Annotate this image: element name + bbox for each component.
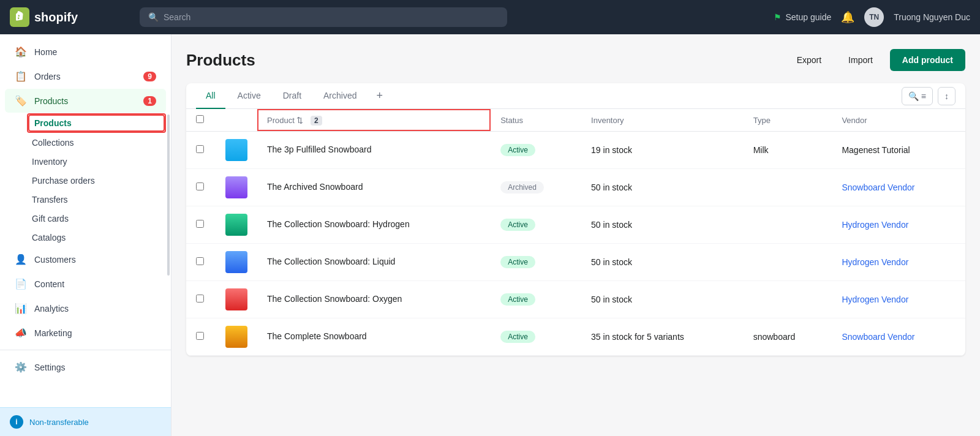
search-input[interactable] — [164, 12, 499, 22]
row-inventory-cell: 50 in stock — [581, 244, 744, 281]
sidebar-item-marketing[interactable]: 📣 Marketing — [5, 321, 166, 345]
row-checkbox[interactable] — [196, 257, 204, 265]
products-sub-nav: Products Collections Inventory Purchase … — [0, 113, 171, 247]
row-checkbox[interactable] — [196, 145, 204, 153]
row-status-cell: Active — [491, 281, 581, 318]
row-product-cell[interactable]: The Collection Snowboard: Hydrogen — [257, 206, 491, 244]
product-name: The Complete Snowboard — [267, 331, 367, 341]
scrollbar[interactable] — [167, 115, 170, 275]
select-all-checkbox[interactable] — [196, 115, 204, 123]
sidebar-item-settings[interactable]: ⚙️ Settings — [5, 355, 166, 379]
table-header: Product ⇅ 2 Status Inventory Type Vendor — [186, 109, 965, 132]
product-thumbnail — [225, 326, 247, 348]
sidebar-analytics-label: Analytics — [34, 304, 156, 314]
row-img-cell — [216, 244, 257, 281]
search-filter-button[interactable]: 🔍 ≡ — [902, 87, 933, 105]
sidebar-item-label: Home — [34, 47, 156, 57]
vendor-link[interactable]: Snowboard Vendor — [842, 182, 914, 192]
inventory-value: 35 in stock for 5 variants — [591, 332, 684, 342]
col-header-img — [216, 109, 257, 132]
vendor-link[interactable]: Hydrogen Vendor — [842, 257, 908, 267]
tabs-bar: All Active Draft Archived + 🔍 ≡ ↕ — [186, 83, 965, 109]
row-status-cell: Archived — [491, 169, 581, 206]
col-header-checkbox — [186, 109, 216, 132]
row-inventory-cell: 50 in stock — [581, 206, 744, 244]
tab-active[interactable]: Active — [228, 83, 271, 109]
tab-archived[interactable]: Archived — [314, 83, 366, 109]
type-value: snowboard — [753, 332, 796, 342]
vendor-link[interactable]: Snowboard Vendor — [842, 332, 914, 342]
sidebar-item-transfers[interactable]: Transfers — [27, 190, 166, 209]
table-row: The 3p Fulfilled Snowboard Active 19 in … — [186, 132, 965, 169]
filter-icon: ≡ — [921, 91, 926, 101]
product-thumbnail — [225, 288, 247, 310]
product-col-label: Product ⇅ — [267, 116, 303, 125]
products-icon: 🏷️ — [15, 95, 27, 107]
table-row: The Complete Snowboard Active 35 in stoc… — [186, 318, 965, 356]
row-checkbox-cell — [186, 169, 216, 206]
products-highlight-box: Products — [27, 113, 166, 133]
home-icon: 🏠 — [15, 46, 27, 58]
orders-badge: 9 — [143, 72, 156, 81]
sort-button[interactable]: ↕ — [938, 87, 956, 105]
sidebar-item-analytics[interactable]: 📊 Analytics — [5, 296, 166, 320]
row-checkbox[interactable] — [196, 220, 204, 228]
type-value: Milk — [753, 145, 769, 155]
row-vendor-cell: Hydrogen Vendor — [832, 206, 965, 244]
sidebar: 🏠 Home 📋 Orders 9 🏷️ Products 1 Products — [0, 34, 172, 436]
tab-all[interactable]: All — [196, 83, 225, 109]
status-badge: Active — [500, 144, 535, 156]
col-header-product[interactable]: Product ⇅ 2 — [257, 109, 491, 132]
row-checkbox-cell — [186, 318, 216, 356]
sidebar-item-gift-cards[interactable]: Gift cards — [27, 209, 166, 228]
non-transferable-banner[interactable]: i Non-transferable — [0, 407, 171, 436]
sidebar-item-content[interactable]: 📄 Content — [5, 272, 166, 296]
row-product-cell[interactable]: The Collection Snowboard: Liquid — [257, 244, 491, 281]
row-inventory-cell: 50 in stock — [581, 281, 744, 318]
sidebar-item-customers[interactable]: 👤 Customers — [5, 247, 166, 271]
export-button[interactable]: Export — [787, 50, 831, 70]
row-type-cell — [744, 244, 832, 281]
vendor-value: Magenest Tutorial — [842, 145, 910, 155]
sidebar-item-catalogs[interactable]: Catalogs — [27, 228, 166, 247]
vendor-link[interactable]: Hydrogen Vendor — [842, 220, 908, 230]
product-thumbnail — [225, 139, 247, 161]
logo[interactable]: shopify — [10, 7, 132, 27]
sidebar-item-products-parent[interactable]: 🏷️ Products 1 — [5, 89, 166, 113]
row-checkbox[interactable] — [196, 182, 204, 190]
tab-add-button[interactable]: + — [369, 85, 391, 107]
setup-guide-button[interactable]: ⚑ Setup guide — [774, 12, 831, 22]
products-table: Product ⇅ 2 Status Inventory Type Vendor — [186, 109, 965, 356]
tab-draft[interactable]: Draft — [273, 83, 311, 109]
vendor-link[interactable]: Hydrogen Vendor — [842, 295, 908, 304]
row-product-cell[interactable]: The Archived Snowboard — [257, 169, 491, 206]
notifications-bell-icon[interactable]: 🔔 — [841, 10, 854, 24]
sidebar-item-purchase-orders[interactable]: Purchase orders — [27, 171, 166, 190]
import-button[interactable]: Import — [839, 50, 883, 70]
topbar-right: ⚑ Setup guide 🔔 TN Truong Nguyen Duc — [774, 7, 970, 27]
row-product-cell[interactable]: The Complete Snowboard — [257, 318, 491, 356]
add-product-button[interactable]: Add product — [890, 49, 965, 71]
main-content: Products Export Import Add product All A… — [172, 34, 980, 436]
status-badge: Active — [500, 293, 535, 306]
row-status-cell: Active — [491, 132, 581, 169]
row-checkbox[interactable] — [196, 332, 204, 340]
tab-actions: 🔍 ≡ ↕ — [902, 87, 956, 105]
sidebar-item-collections[interactable]: Collections — [27, 133, 166, 152]
product-thumbnail — [225, 214, 247, 236]
sidebar-marketing-label: Marketing — [34, 328, 156, 338]
sidebar-item-products[interactable]: Products — [28, 115, 165, 132]
sidebar-item-orders[interactable]: 📋 Orders 9 — [5, 64, 166, 88]
row-product-cell[interactable]: The 3p Fulfilled Snowboard — [257, 132, 491, 169]
col-header-status: Status — [491, 109, 581, 132]
status-badge: Active — [500, 331, 535, 343]
search-bar[interactable]: 🔍 — [140, 7, 507, 27]
info-icon: i — [10, 415, 23, 429]
row-checkbox[interactable] — [196, 295, 204, 303]
sidebar-item-inventory[interactable]: Inventory — [27, 152, 166, 171]
row-img-cell — [216, 169, 257, 206]
sidebar-item-home[interactable]: 🏠 Home — [5, 40, 166, 64]
header-actions: Export Import Add product — [787, 49, 965, 71]
row-product-cell[interactable]: The Collection Snowboard: Oxygen — [257, 281, 491, 318]
row-status-cell: Active — [491, 206, 581, 244]
